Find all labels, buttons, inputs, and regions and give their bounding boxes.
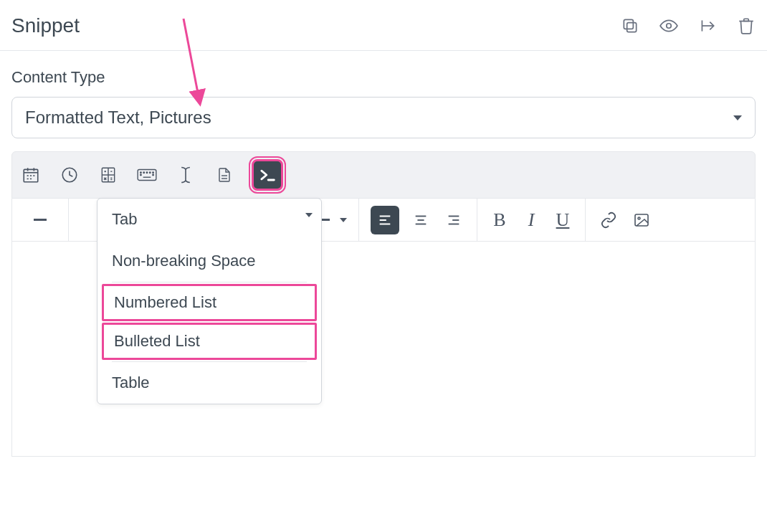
highlight-numbered-list: Numbered List: [102, 284, 317, 321]
menu-item-nbsp[interactable]: Non-breaking Space: [97, 240, 321, 282]
svg-point-32: [153, 172, 154, 174]
calculator-icon[interactable]: [97, 163, 120, 186]
align-left-button[interactable]: [371, 206, 399, 234]
export-icon[interactable]: [698, 16, 717, 35]
terminal-insert-button[interactable]: [252, 159, 283, 191]
svg-point-4: [667, 24, 672, 29]
link-icon[interactable]: [597, 209, 620, 232]
snippet-header: Snippet: [0, 0, 767, 51]
align-center-button[interactable]: [409, 209, 432, 232]
menu-item-tab[interactable]: Tab: [97, 199, 321, 240]
svg-point-50: [638, 217, 640, 219]
underline-button[interactable]: U: [552, 209, 573, 231]
menu-item-numbered-list[interactable]: Numbered List: [104, 286, 315, 319]
highlight-bulleted-list: Bulleted List: [102, 323, 317, 360]
menu-item-bulleted-list[interactable]: Bulleted List: [104, 325, 315, 358]
caret-down-icon: [340, 218, 347, 222]
content-type-select[interactable]: Formatted Text, Pictures: [11, 97, 756, 138]
svg-rect-3: [624, 19, 633, 29]
svg-point-28: [140, 172, 142, 174]
svg-point-31: [150, 172, 151, 174]
caret-down-icon: [305, 213, 313, 217]
page-title: Snippet: [11, 14, 80, 37]
dash-icon: [34, 219, 47, 221]
image-icon[interactable]: [630, 209, 653, 232]
cursor-icon[interactable]: [174, 163, 197, 186]
content-type-value: Formatted Text, Pictures: [25, 108, 211, 128]
keyboard-icon[interactable]: [135, 163, 158, 186]
svg-point-29: [143, 172, 145, 174]
toolbar-primary: [11, 151, 756, 199]
toolbar-group-insert: [586, 199, 664, 241]
header-actions: [621, 16, 756, 35]
chevron-down-icon: [733, 115, 742, 120]
italic-button[interactable]: I: [520, 209, 542, 231]
align-right-button[interactable]: [442, 209, 465, 232]
menu-divider: [112, 282, 307, 282]
toolbar-group-align: [359, 199, 477, 241]
preview-icon[interactable]: [659, 16, 678, 35]
document-icon[interactable]: [213, 163, 236, 186]
clock-icon[interactable]: [58, 163, 81, 186]
toolbar-group-format: B I U: [477, 199, 586, 241]
toolbar-group-indent[interactable]: [12, 199, 69, 241]
svg-rect-2: [627, 23, 637, 32]
svg-point-33: [140, 174, 142, 176]
svg-point-34: [153, 174, 154, 176]
svg-rect-49: [635, 214, 648, 226]
svg-point-30: [146, 172, 148, 174]
insert-dropdown-menu: Tab Non-breaking Space Numbered List Bul…: [97, 198, 322, 404]
copy-icon[interactable]: [621, 16, 639, 35]
toolbar-secondary: B I U Tab Non-breaking Space Numbered Li…: [11, 199, 756, 242]
content-type-label: Content Type: [0, 51, 767, 97]
menu-item-table[interactable]: Table: [97, 362, 321, 404]
calendar-icon[interactable]: [19, 163, 42, 186]
delete-icon[interactable]: [737, 16, 756, 35]
bold-button[interactable]: B: [489, 209, 510, 231]
